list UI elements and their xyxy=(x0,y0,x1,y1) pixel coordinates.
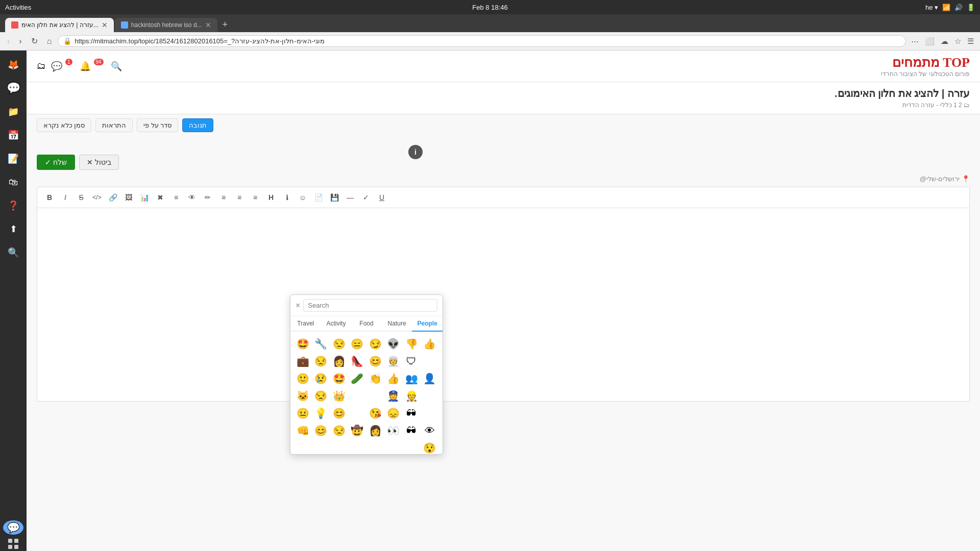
emoji-construction[interactable]: 👷 xyxy=(403,388,420,404)
sort-button[interactable]: סדר על פי xyxy=(137,118,178,132)
emoji-slightly-smile[interactable]: 🙂 xyxy=(295,370,311,387)
sidebar-item-help[interactable]: ❓ xyxy=(3,195,23,216)
activities-label[interactable]: Activities xyxy=(5,4,31,11)
bookmark-button[interactable]: ☆ xyxy=(952,35,963,48)
align-center-button[interactable]: ≡ xyxy=(216,190,231,205)
emoji-bust[interactable]: 👤 xyxy=(422,370,438,387)
emoji-tab-travel[interactable]: Travel xyxy=(290,316,321,332)
emoji-unamused2[interactable]: 😒 xyxy=(313,353,329,369)
emoji-unamused4[interactable]: 😒 xyxy=(331,422,347,439)
bold-button[interactable]: B xyxy=(42,190,57,205)
menu-button[interactable]: ☰ xyxy=(965,35,976,48)
emoji-cucumber[interactable]: 🥒 xyxy=(349,370,365,387)
emoji-wrench[interactable]: 🔧 xyxy=(313,336,329,352)
emoji-unamused[interactable]: 😒 xyxy=(331,336,347,352)
emoji-clap[interactable]: 👏 xyxy=(367,370,383,387)
italic-button[interactable]: I xyxy=(58,190,72,205)
forward-button[interactable]: › xyxy=(16,35,24,48)
emoji-turban[interactable]: 👳 xyxy=(385,353,402,369)
reload-button[interactable]: ↻ xyxy=(28,34,41,48)
search-icon[interactable]: 🔍 xyxy=(111,61,122,72)
emoji-smile[interactable]: 😊 xyxy=(367,353,383,369)
sidebar-item-search[interactable]: 🔍 xyxy=(3,242,23,263)
emoji-eyes[interactable]: 👀 xyxy=(385,422,402,439)
new-tab-button[interactable]: + xyxy=(218,17,232,32)
align-right-button[interactable]: ≡ xyxy=(232,190,247,205)
emoji-sunglasses-dark[interactable]: 🕶 xyxy=(403,405,420,421)
emoji-tab-nature[interactable]: Nature xyxy=(382,316,412,332)
info-button[interactable]: ℹ xyxy=(280,190,294,205)
emoji-woman[interactable]: 👩 xyxy=(331,353,347,369)
emoji-police[interactable]: 👮 xyxy=(385,388,402,404)
emoji-eye[interactable]: 👁 xyxy=(422,422,438,439)
notifications-settings-button[interactable]: התראות xyxy=(95,118,133,132)
emoji-relieved[interactable]: 😊 xyxy=(331,405,347,421)
sidebar-item-updates[interactable]: ⬆ xyxy=(3,219,23,239)
emoji-hushed[interactable]: 😯 xyxy=(422,440,438,454)
emoji-button[interactable]: ☺ xyxy=(296,190,310,205)
emoji-shoe[interactable]: 👠 xyxy=(349,353,365,369)
meta-category[interactable]: כללי - עזרה הדדית xyxy=(902,102,952,109)
address-bar[interactable]: 🔒 xyxy=(58,35,906,47)
image-button[interactable]: 🖼 xyxy=(121,190,136,205)
sidebar-item-chat[interactable]: 💬 xyxy=(3,78,23,98)
sidebar-item-firefox[interactable]: 🦊 xyxy=(3,55,23,75)
pocket-button[interactable]: ⬜ xyxy=(923,35,937,48)
cancel-button[interactable]: ✕ ביטול xyxy=(79,155,119,170)
emoji-tab-people[interactable]: People xyxy=(412,316,443,332)
emoji-picker-close[interactable]: × xyxy=(296,301,300,310)
tab-1[interactable]: עזרה | להציג את חלון האימ... ✕ xyxy=(5,18,114,32)
tab-2[interactable]: hackintosh hebrew iso d... ✕ xyxy=(115,18,217,32)
emoji-happy[interactable]: 😊 xyxy=(313,422,329,439)
link-button[interactable]: 🔗 xyxy=(106,190,120,205)
check-button[interactable]: ✓ xyxy=(359,190,373,205)
emoji-tab-activity[interactable]: Activity xyxy=(321,316,352,332)
emoji-briefcase[interactable]: 💼 xyxy=(295,353,311,369)
emoji-disappointed[interactable]: 😞 xyxy=(385,405,402,421)
underline-button[interactable]: U xyxy=(375,190,389,205)
taskbar-apps-button[interactable] xyxy=(3,537,23,551)
emoji-glasses[interactable]: 🕶 xyxy=(403,422,420,439)
emoji-cowboy[interactable]: 🤠 xyxy=(349,422,365,439)
remove-format-button[interactable]: ✖ xyxy=(153,190,167,205)
pencil-button[interactable]: ✏ xyxy=(201,190,215,205)
submit-button[interactable]: ✓ שלח xyxy=(37,155,75,170)
emoji-busts[interactable]: 👥 xyxy=(403,370,420,387)
emoji-star-eyes[interactable]: 🤩 xyxy=(295,336,311,352)
emoji-thumbsdown[interactable]: 👎 xyxy=(403,336,420,352)
emoji-crown[interactable]: 👑 xyxy=(331,388,347,404)
chart-button[interactable]: 📊 xyxy=(137,190,152,205)
filter-icon[interactable]: 🗂 xyxy=(37,61,46,71)
tab-2-close[interactable]: ✕ xyxy=(205,21,211,29)
emoji-smirk[interactable]: 😏 xyxy=(367,336,383,352)
emoji-kissing[interactable]: 😘 xyxy=(367,405,383,421)
align-left-button[interactable]: ≡ xyxy=(248,190,262,205)
emoji-unamused3[interactable]: 😒 xyxy=(313,388,329,404)
extensions-button[interactable]: ⋯ xyxy=(909,35,921,48)
sidebar-item-notes[interactable]: 📝 xyxy=(3,148,23,169)
sidebar-item-calendar[interactable]: 📅 xyxy=(3,125,23,145)
hr-button[interactable]: — xyxy=(343,190,357,205)
sync-button[interactable]: ☁ xyxy=(939,35,950,48)
document-button[interactable]: 📄 xyxy=(311,190,326,205)
messages-icon[interactable]: 💬 xyxy=(51,61,62,72)
emoji-alien[interactable]: 👽 xyxy=(385,336,402,352)
sidebar-item-software[interactable]: 🛍 xyxy=(3,172,23,192)
emoji-thumbsup[interactable]: 👍 xyxy=(422,336,438,352)
emoji-expressionless[interactable]: 😑 xyxy=(349,336,365,352)
emoji-bulb[interactable]: 💡 xyxy=(313,405,329,421)
emoji-fist[interactable]: 👊 xyxy=(295,422,311,439)
emoji-thumbsup2[interactable]: 👍 xyxy=(385,370,402,387)
preview-button[interactable]: 👁 xyxy=(185,190,199,205)
back-button[interactable]: ‹ xyxy=(4,35,13,48)
emoji-shield[interactable]: 🛡 xyxy=(403,353,420,369)
language-indicator[interactable]: he ▾ xyxy=(925,4,938,11)
emoji-cry[interactable]: 😢 xyxy=(313,370,329,387)
taskbar-chat-button[interactable]: 💬 xyxy=(3,520,23,535)
emoji-woman2[interactable]: 👩 xyxy=(367,422,383,439)
emoji-partying[interactable]: 🤩 xyxy=(331,370,347,387)
home-button[interactable]: ⌂ xyxy=(44,35,55,48)
emoji-tab-food[interactable]: Food xyxy=(351,316,382,332)
save-button[interactable]: 💾 xyxy=(327,190,341,205)
info-bubble[interactable]: i xyxy=(408,145,423,159)
